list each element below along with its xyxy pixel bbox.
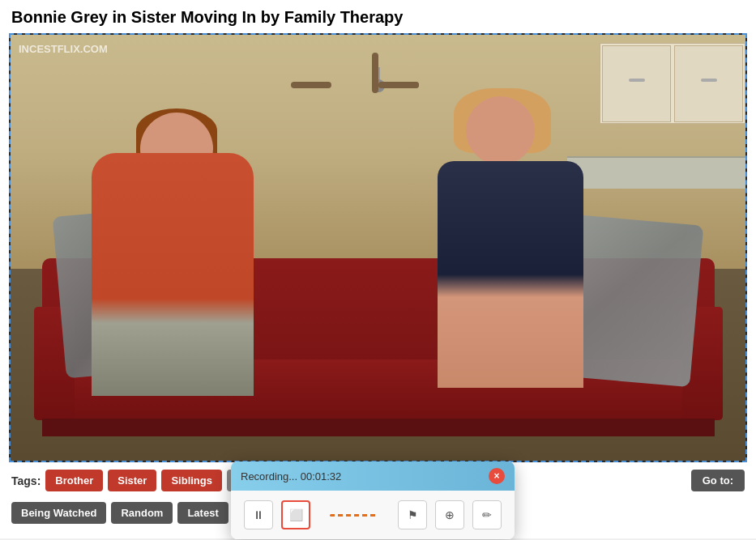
tags-label: Tags: [11, 474, 41, 487]
edit-icon: ✏ [482, 508, 492, 521]
recording-pause-button[interactable]: ⏸ [244, 500, 273, 529]
recording-header: Recording... 00:01:32 × [231, 461, 515, 491]
person-male [75, 104, 335, 396]
video-scene [11, 35, 745, 461]
video-watermark: INCESTFLIX.COM [19, 43, 108, 55]
tag-goto-button[interactable]: Go to: [691, 470, 745, 491]
recording-flag-button[interactable]: ⚑ [398, 500, 427, 529]
tag-random[interactable]: Random [111, 502, 173, 524]
recording-dots [318, 514, 390, 517]
recording-edit-button[interactable]: ✏ [472, 500, 502, 529]
pause-icon: ⏸ [253, 508, 264, 521]
recording-close-button[interactable]: × [489, 468, 505, 484]
tag-being-watched[interactable]: Being Watched [11, 502, 106, 524]
recording-title: Recording... 00:01:32 [241, 470, 341, 483]
ceiling-fan [330, 67, 427, 108]
add-marker-icon: ⊕ [445, 508, 455, 521]
recording-popup: Recording... 00:01:32 × ⏸ ⬜ ⚑ ⊕ [231, 461, 515, 539]
flag-icon: ⚑ [408, 508, 418, 521]
page-title: Bonnie Grey in Sister Moving In by Famil… [8, 8, 748, 27]
tag-siblings[interactable]: Siblings [161, 470, 222, 491]
stop-icon: ⬜ [289, 508, 303, 521]
video-container: INCESTFLIX.COM [9, 33, 747, 462]
tag-latest[interactable]: Latest [177, 502, 228, 524]
recording-add-marker-button[interactable]: ⊕ [435, 500, 464, 529]
tag-brother[interactable]: Brother [45, 470, 103, 491]
recording-controls: ⏸ ⬜ ⚑ ⊕ ✏ [231, 491, 515, 539]
tag-sister[interactable]: Sister [108, 470, 156, 491]
recording-stop-button[interactable]: ⬜ [281, 500, 310, 529]
person-female [421, 80, 648, 388]
page-wrapper: Bonnie Grey in Sister Moving In by Famil… [0, 0, 756, 538]
